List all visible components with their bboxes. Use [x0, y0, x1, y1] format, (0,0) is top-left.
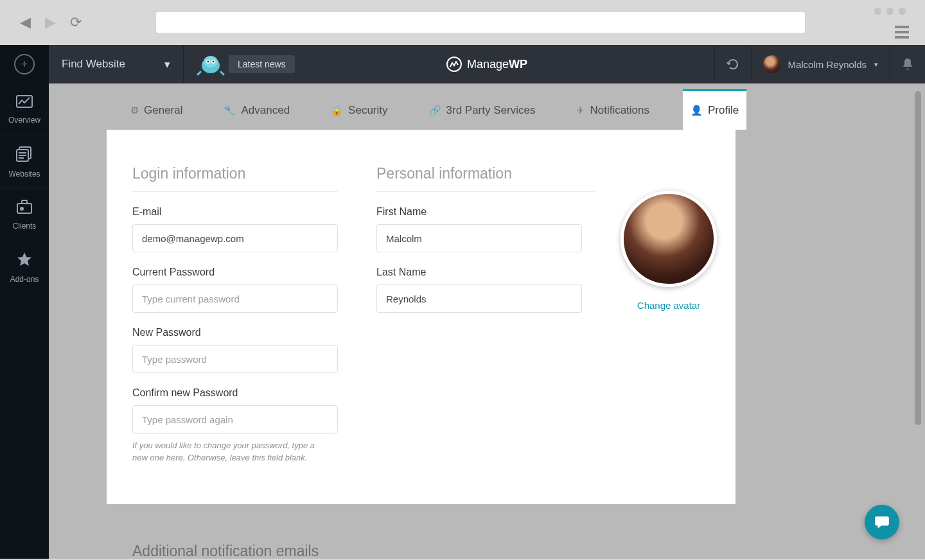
browser-chrome: ◀ ▶ ⟳	[0, 0, 925, 45]
send-icon: ✈	[576, 105, 585, 116]
app-header: Find Website ▾ Latest news	[49, 45, 925, 83]
current-password-label: Current Password	[132, 267, 338, 278]
tab-security[interactable]: 🔒 Security	[323, 91, 395, 130]
sidebar-item-addons[interactable]: Add-ons	[0, 241, 49, 294]
avatar-small	[763, 55, 781, 73]
svg-point-14	[207, 61, 209, 63]
plus-icon: +	[14, 54, 35, 74]
overview-icon	[16, 95, 33, 112]
avatar-column: Change avatar	[621, 165, 717, 478]
tab-label: Security	[348, 104, 387, 117]
add-site-button[interactable]: +	[0, 45, 49, 83]
user-icon: 👤	[691, 105, 703, 116]
svg-rect-0	[17, 96, 32, 107]
chat-button[interactable]	[865, 505, 899, 539]
mascot-icon	[197, 53, 225, 76]
lock-icon: 🔒	[331, 105, 343, 116]
window-controls	[874, 8, 906, 15]
first-name-field[interactable]	[376, 224, 582, 252]
chat-icon	[874, 514, 890, 530]
tab-advanced[interactable]: 🔧 Advanced	[216, 91, 297, 130]
refresh-icon	[727, 58, 739, 71]
login-info-title: Login information	[132, 165, 338, 192]
tab-services[interactable]: 🔗 3rd Party Services	[421, 91, 543, 130]
current-password-field[interactable]	[132, 284, 338, 313]
change-avatar-link[interactable]: Change avatar	[637, 300, 700, 311]
svg-point-8	[20, 207, 24, 211]
personal-info-title: Personal information	[376, 165, 595, 192]
tab-profile[interactable]: 👤 Profile	[683, 89, 746, 130]
browser-menu-icon[interactable]	[895, 26, 909, 39]
confirm-password-label: Confirm new Password	[132, 387, 338, 399]
last-name-label: Last Name	[376, 267, 595, 278]
scrollbar[interactable]	[915, 91, 921, 425]
brand-icon	[446, 57, 462, 72]
gear-icon: ⚙	[130, 105, 139, 116]
new-password-field[interactable]	[132, 345, 338, 373]
tab-general[interactable]: ⚙ General	[123, 91, 190, 130]
sidebar-item-label: Add-ons	[10, 275, 39, 284]
tab-label: Profile	[708, 104, 739, 117]
first-name-label: First Name	[376, 206, 595, 218]
caret-down-icon: ▾	[164, 58, 170, 71]
tab-label: Advanced	[241, 104, 290, 117]
tab-label: Notifications	[590, 104, 649, 117]
find-website-dropdown[interactable]: Find Website ▾	[49, 45, 184, 83]
svg-point-15	[213, 61, 215, 63]
additional-emails-title: Additional notification emails	[132, 543, 716, 560]
link-icon: 🔗	[429, 105, 441, 116]
confirm-password-field[interactable]	[132, 405, 338, 433]
refresh-button[interactable]	[714, 45, 751, 83]
additional-emails-section: Additional notification emails	[113, 530, 736, 560]
email-field[interactable]	[132, 224, 338, 252]
sidebar-item-label: Clients	[13, 222, 37, 231]
email-label: E-mail	[132, 206, 338, 218]
last-name-field[interactable]	[376, 284, 582, 313]
caret-down-icon: ▾	[874, 60, 878, 69]
settings-tabs: ⚙ General 🔧 Advanced 🔒 Security 🔗 3rd Pa…	[49, 83, 925, 130]
svg-point-11	[204, 56, 218, 67]
svg-marker-9	[17, 252, 31, 266]
latest-news-bubble: Latest news	[229, 55, 295, 73]
sidebar-item-clients[interactable]: Clients	[0, 189, 49, 241]
wrench-icon: 🔧	[224, 105, 236, 116]
tab-notifications[interactable]: ✈ Notifications	[568, 91, 657, 130]
sidebar-item-label: Websites	[8, 170, 40, 179]
addons-icon	[17, 252, 32, 271]
profile-panel: Login information E-mail Current Passwor…	[107, 130, 736, 504]
url-bar[interactable]	[156, 12, 805, 33]
user-name: Malcolm Reynolds	[788, 59, 867, 70]
tab-label: 3rd Party Services	[446, 104, 536, 117]
sidebar-item-websites[interactable]: Websites	[0, 136, 49, 189]
sidebar: + Overview Websites Clients	[0, 45, 49, 559]
clients-icon	[17, 200, 32, 218]
sidebar-item-overview[interactable]: Overview	[0, 83, 49, 136]
brand-logo: ManageWP	[446, 57, 527, 72]
personal-info-column: Personal information First Name Last Nam…	[376, 165, 595, 478]
browser-back-icon[interactable]: ◀	[16, 12, 35, 33]
websites-icon	[16, 146, 33, 166]
user-menu[interactable]: Malcolm Reynolds ▾	[751, 45, 890, 83]
bell-icon	[902, 58, 913, 71]
news-widget[interactable]: Latest news	[184, 53, 295, 76]
avatar-large	[621, 191, 717, 287]
svg-rect-7	[22, 200, 27, 204]
new-password-label: New Password	[132, 327, 338, 338]
notifications-button[interactable]	[890, 45, 925, 83]
password-hint: If you would like to change your passwor…	[132, 440, 325, 464]
svg-rect-6	[17, 204, 31, 213]
login-info-column: Login information E-mail Current Passwor…	[132, 165, 338, 478]
find-website-label: Find Website	[62, 58, 125, 71]
browser-forward-icon[interactable]: ▶	[41, 12, 60, 33]
tab-label: General	[144, 104, 182, 117]
browser-refresh-icon[interactable]: ⟳	[66, 12, 85, 33]
sidebar-item-label: Overview	[8, 116, 40, 125]
